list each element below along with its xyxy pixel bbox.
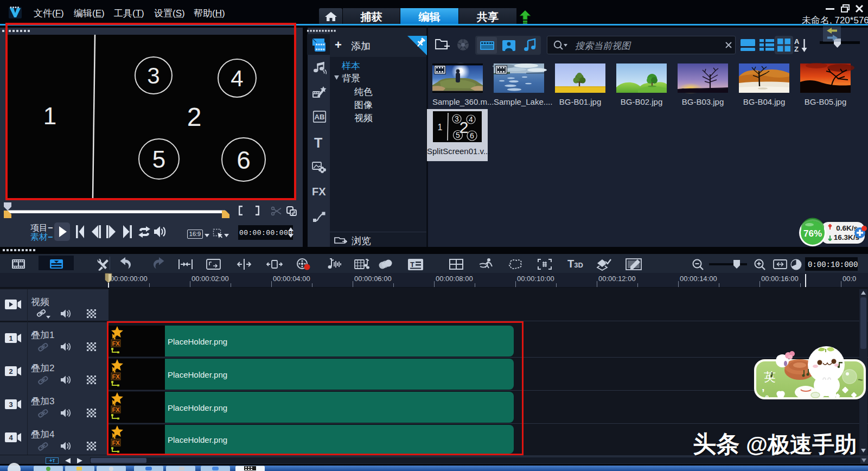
- svg-text:4: 4: [9, 434, 13, 442]
- svg-text:2: 2: [9, 367, 12, 375]
- svg-text:1: 1: [438, 123, 443, 132]
- svg-text:5: 5: [456, 131, 460, 139]
- svg-text:2: 2: [187, 103, 202, 131]
- svg-text:’。: ’。: [762, 387, 776, 399]
- svg-text:Z: Z: [794, 45, 799, 53]
- svg-text:5: 5: [152, 146, 165, 173]
- svg-text:3: 3: [9, 400, 12, 409]
- svg-text:3: 3: [147, 63, 159, 88]
- svg-text:4: 4: [231, 66, 243, 91]
- svg-text:A: A: [794, 37, 800, 46]
- svg-text:T: T: [410, 260, 414, 269]
- svg-text:3: 3: [455, 114, 459, 123]
- svg-text:1: 1: [9, 334, 12, 342]
- svg-text:4: 4: [469, 115, 473, 124]
- svg-text:76%: 76%: [803, 228, 822, 239]
- svg-text:1: 1: [43, 103, 56, 129]
- svg-text:英: 英: [764, 370, 776, 384]
- svg-text:6: 6: [237, 146, 251, 174]
- svg-text:AB: AB: [315, 113, 325, 121]
- svg-text:6: 6: [470, 131, 474, 140]
